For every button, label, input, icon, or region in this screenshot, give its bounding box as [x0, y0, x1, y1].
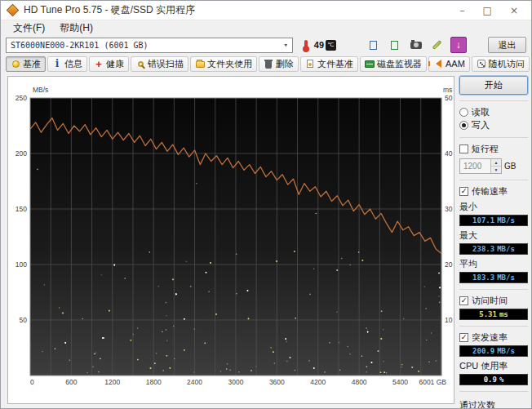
cpu-usage-unit: %: [499, 376, 503, 384]
read-label: 读取: [472, 106, 490, 118]
app-logo-icon: [7, 4, 20, 17]
access-time-display: 5.31 ms: [459, 309, 528, 320]
save-results-button[interactable]: ↓: [450, 37, 467, 53]
dice-icon: [477, 59, 486, 69]
save-button[interactable]: [429, 37, 446, 53]
transfer-rate-option[interactable]: ✓ 传输速率: [459, 184, 528, 198]
camera-icon: [410, 42, 422, 49]
svg-text:1800: 1800: [146, 378, 162, 386]
drive-temperature: 49: [314, 40, 324, 50]
tab-label: 删除: [276, 58, 294, 70]
transfer-rate-label: 传输速率: [472, 185, 508, 198]
write-option[interactable]: 写入: [459, 118, 528, 131]
tab-基准[interactable]: 基准: [6, 56, 46, 72]
tab-随机访问[interactable]: 随机访问: [472, 56, 530, 72]
avg-unit: MB/s: [497, 273, 515, 282]
svg-text:4200: 4200: [310, 378, 326, 386]
svg-text:10: 10: [445, 316, 453, 324]
max-value: 238.3: [472, 245, 494, 253]
svg-text:4800: 4800: [352, 378, 367, 386]
min-unit: MB/s: [497, 216, 515, 225]
short-stroke-label: 短行程: [472, 143, 499, 155]
file-benchmark-icon: [305, 59, 315, 69]
app-window: HD Tune Pro 5.75 - 硬盘/SSD 实用程序 – □ × 文件(…: [0, 0, 532, 409]
tab-删除[interactable]: 删除: [259, 56, 299, 72]
avg-label: 平均: [459, 258, 528, 270]
tab-AAM[interactable]: AAM: [428, 56, 470, 72]
burst-rate-option[interactable]: ✓ 突发速率: [459, 331, 528, 344]
min-label: 最小: [459, 201, 528, 213]
short-stroke-checkbox[interactable]: [459, 144, 468, 153]
max-value-display: 238.3 MB/s: [459, 243, 528, 255]
tab-label: 磁盘监视器: [377, 58, 422, 70]
svg-text:2400: 2400: [187, 378, 202, 386]
drive-select[interactable]: ST6000NE000-2KR101 (6001 GB) ▾: [6, 38, 293, 53]
disk-monitor-icon: [365, 59, 375, 69]
svg-text:0: 0: [30, 378, 34, 386]
copy-text-button[interactable]: [366, 37, 382, 53]
scan-icon: [135, 59, 145, 69]
folder-icon: [195, 59, 205, 69]
temperature-unit-badge: ℃: [326, 40, 336, 51]
start-button[interactable]: 开始: [459, 76, 528, 95]
menu-item-1[interactable]: 帮助(H): [54, 20, 99, 36]
spin-down-icon[interactable]: ▼: [491, 167, 501, 173]
tab-bar: 基准i信息+健康错误扫描文件夹使用删除文件基准磁盘监视器AAM随机访问额外测试: [1, 55, 531, 73]
tab-label: 健康: [106, 58, 124, 70]
tab-label: 基准: [23, 58, 41, 70]
access-time-option[interactable]: ✓ 访问时间: [459, 294, 528, 307]
health-icon: +: [94, 59, 104, 69]
svg-text:100: 100: [16, 260, 27, 269]
maximize-icon[interactable]: □: [483, 6, 492, 16]
short-stroke-option[interactable]: 短行程: [459, 142, 528, 155]
chevron-down-icon: ▾: [283, 41, 287, 49]
svg-text:6001 GB: 6001 GB: [419, 378, 446, 386]
tab-健康[interactable]: +健康: [89, 56, 129, 72]
transfer-rate-checkbox[interactable]: ✓: [459, 187, 468, 196]
svg-text:200: 200: [16, 149, 27, 158]
copy-image-button[interactable]: [387, 37, 403, 53]
tab-label: 文件基准: [317, 58, 353, 70]
access-time-value: 5.31: [479, 310, 497, 318]
write-radio[interactable]: [459, 121, 468, 130]
avg-value: 183.3: [472, 273, 494, 282]
spin-up-icon[interactable]: ▲: [491, 159, 501, 167]
exit-button[interactable]: 退出: [488, 37, 526, 53]
close-icon[interactable]: ×: [510, 6, 518, 16]
menu-bar: 文件(F)帮助(H): [1, 20, 531, 35]
sidebar: 开始 读取 写入 短行程 1200 ▲▼ GB: [459, 76, 528, 404]
max-unit: MB/s: [497, 245, 515, 253]
min-value-display: 107.1 MB/s: [459, 215, 528, 226]
screenshot-button[interactable]: [408, 37, 424, 53]
tab-错误扫描[interactable]: 错误扫描: [131, 56, 188, 72]
avg-value-display: 183.3 MB/s: [459, 272, 528, 283]
tab-磁盘监视器[interactable]: 磁盘监视器: [360, 56, 427, 72]
svg-text:250: 250: [16, 94, 27, 102]
svg-text:600: 600: [65, 378, 77, 386]
pen-icon: [432, 40, 442, 50]
svg-text:50: 50: [445, 94, 453, 102]
tab-label: 随机访问: [489, 58, 525, 70]
benchmark-chart-panel: MB/sms2502001501005050403020100600120018…: [7, 76, 454, 404]
short-stroke-value: 1200: [460, 159, 490, 173]
short-stroke-spinner[interactable]: 1200 ▲▼: [459, 158, 502, 174]
tab-文件基准[interactable]: 文件基准: [300, 56, 358, 72]
read-option[interactable]: 读取: [459, 105, 528, 118]
thermometer-icon: [304, 40, 308, 50]
tab-label: AAM: [446, 59, 465, 69]
burst-rate-checkbox[interactable]: ✓: [459, 333, 468, 342]
tab-信息[interactable]: i信息: [47, 56, 87, 72]
burst-rate-unit: MB/s: [497, 347, 515, 355]
tab-文件夹使用[interactable]: 文件夹使用: [190, 56, 257, 72]
tab-label: 错误扫描: [148, 58, 184, 70]
read-radio[interactable]: [459, 108, 468, 117]
access-time-checkbox[interactable]: ✓: [459, 296, 468, 305]
svg-text:40: 40: [445, 149, 453, 158]
svg-text:150: 150: [16, 205, 27, 213]
menu-item-0[interactable]: 文件(F): [7, 20, 51, 36]
min-value: 107.1: [472, 216, 494, 225]
cpu-usage-display: 0.9 %: [459, 374, 528, 385]
speaker-icon: [433, 59, 443, 69]
svg-text:3600: 3600: [269, 378, 285, 386]
minimize-icon[interactable]: –: [460, 6, 465, 16]
